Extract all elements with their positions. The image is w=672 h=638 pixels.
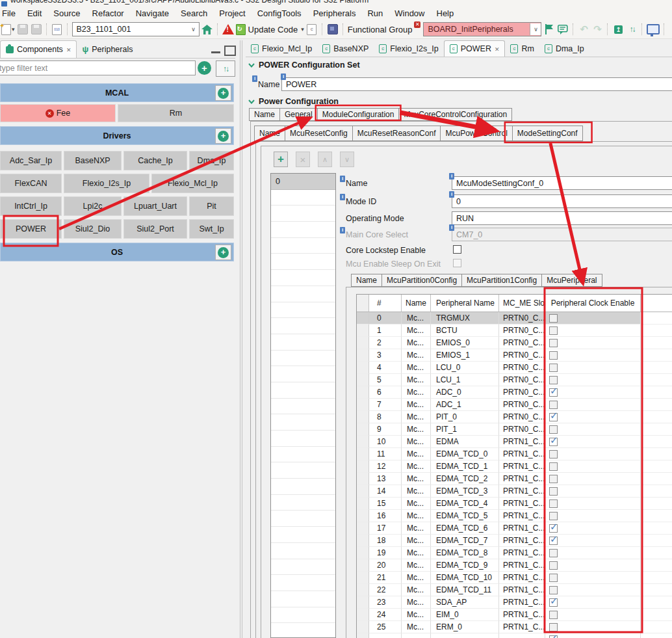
peripheral-clock-checkbox[interactable] (549, 635, 558, 638)
table-row[interactable]: 24Mc...EIM_0PRTN1_C... (357, 609, 672, 621)
close-icon[interactable] (495, 44, 500, 53)
peripheral-clock-checkbox[interactable] (549, 537, 558, 545)
row-selector[interactable] (357, 510, 369, 522)
driver-power[interactable]: POWER (0, 219, 62, 239)
table-row[interactable]: 16Mc...EDMA_TCD_5PRTN1_C... (357, 510, 672, 522)
move-up-button[interactable] (318, 152, 332, 167)
table-row[interactable]: 7Mc...ADC_1PRTN0_C... (357, 399, 672, 411)
peripheral-clock-checkbox[interactable] (549, 623, 558, 631)
row-selector[interactable] (357, 399, 369, 411)
table-row[interactable]: 8Mc...PIT_0PRTN0_C... (357, 411, 672, 423)
row-selector[interactable] (357, 312, 369, 325)
peripheral-clock-checkbox[interactable] (549, 499, 558, 508)
power-config-header[interactable]: Power Configuration (248, 97, 339, 106)
driver-lpi2c[interactable]: Lpi2c (64, 196, 122, 216)
editor-tab-flexio-i2s-ip[interactable]: Flexio_I2s_Ip (374, 40, 443, 57)
remove-mode-button[interactable] (296, 152, 310, 167)
peripheral-clock-checkbox[interactable] (549, 549, 558, 557)
peripheral-clock-checkbox[interactable] (549, 524, 558, 533)
table-row[interactable]: 1Mc...BCTUPRTN0_C... (357, 325, 672, 337)
row-selector[interactable] (357, 485, 369, 498)
driver-basenxp[interactable]: BaseNXP (64, 151, 122, 170)
row-selector[interactable] (357, 535, 369, 547)
table-row[interactable]: 18Mc...EDMA_TCD_7PRTN1_C... (357, 535, 672, 547)
row-selector[interactable] (357, 559, 369, 572)
row-selector[interactable] (357, 584, 369, 596)
row-selector[interactable] (357, 473, 369, 485)
driver-pit[interactable]: Pit (189, 196, 234, 216)
table-row[interactable]: 3Mc...EMIOS_1PRTN0_C... (357, 349, 672, 362)
row-selector[interactable] (357, 609, 369, 621)
table-row[interactable]: 22Mc...EDMA_TCD_11PRTN1_C... (357, 584, 672, 596)
row-selector[interactable] (357, 547, 369, 559)
row-selector[interactable] (357, 460, 369, 473)
driver-flexio-i2s-ip[interactable]: Flexio_I2s_Ip (64, 174, 149, 193)
peripheral-clock-checkbox[interactable] (549, 351, 558, 360)
row-selector[interactable] (357, 325, 369, 337)
table-row[interactable]: 5Mc...LCU_1PRTN0_C... (357, 374, 672, 386)
table-row[interactable]: 13Mc...EDMA_TCD_2PRTN1_C... (357, 473, 672, 485)
peripheral-clock-checkbox[interactable] (549, 388, 558, 397)
editor-tab-rm[interactable]: Rm (505, 40, 539, 57)
config-set-header[interactable]: POWER Configuration Set (248, 60, 360, 70)
row-selector[interactable] (357, 448, 369, 460)
driver-siul2-port[interactable]: Siul2_Port (123, 219, 187, 239)
table-row[interactable]: 19Mc...EDMA_TCD_8PRTN1_C... (357, 547, 672, 559)
peripheral-clock-checkbox[interactable] (549, 574, 558, 582)
row-selector[interactable] (357, 436, 369, 448)
peripheral-clock-checkbox[interactable] (549, 438, 558, 446)
row-selector[interactable] (357, 349, 369, 362)
tab-name[interactable]: Name (351, 274, 382, 287)
peripheral-clock-checkbox[interactable] (549, 314, 558, 323)
table-row[interactable]: 25Mc...ERM_0PRTN1_C... (357, 621, 672, 633)
tab-mcupartition1config[interactable]: McuPartition1Config (461, 274, 542, 287)
driver-intctrl-ip[interactable]: IntCtrl_Ip (0, 196, 62, 216)
row-selector[interactable] (357, 411, 369, 423)
move-down-button[interactable] (340, 152, 354, 167)
editor-tab-power[interactable]: POWER (444, 40, 506, 57)
tab-mcupartition0config[interactable]: McuPartition0Config (381, 274, 462, 287)
tab-mcuresetconfig[interactable]: McuResetConfig (285, 126, 353, 141)
row-selector[interactable] (357, 386, 369, 399)
driver-flexcan[interactable]: FlexCAN (0, 174, 62, 193)
row-selector[interactable] (357, 621, 369, 633)
table-row[interactable]: 6Mc...ADC_0PRTN0_C... (357, 386, 672, 399)
row-selector[interactable] (357, 572, 369, 584)
peripheral-clock-checkbox[interactable] (549, 598, 558, 607)
panel-sash[interactable] (240, 40, 240, 638)
peripheral-clock-checkbox[interactable] (549, 339, 558, 347)
table-row[interactable]: 0Mc...TRGMUXPRTN0_C... (357, 312, 672, 325)
table-row[interactable]: 4Mc...LCU_0PRTN0_C... (357, 362, 672, 374)
driver-dma-ip[interactable]: Dma_Ip (189, 151, 234, 170)
row-selector[interactable] (357, 374, 369, 386)
mode-name-field[interactable]: McuModeSettingConf_0 (452, 176, 672, 190)
config-name-field[interactable]: POWER (281, 77, 672, 91)
peripheral-clock-checkbox[interactable] (549, 462, 558, 471)
add-mode-button[interactable] (274, 152, 288, 167)
tab-moduleconfiguration[interactable]: ModuleConfiguration (317, 108, 400, 121)
peripheral-clock-checkbox[interactable] (549, 586, 558, 594)
table-row[interactable]: 9Mc...PIT_1PRTN0_C... (357, 423, 672, 436)
peripheral-clock-checkbox[interactable] (549, 364, 558, 372)
editor-tab-basenxp[interactable]: BaseNXP (317, 40, 374, 57)
peripheral-clock-checkbox[interactable] (549, 326, 558, 335)
peripheral-clock-checkbox[interactable] (549, 413, 558, 421)
tab-modesettingconf[interactable]: ModeSettingConf (512, 126, 583, 141)
peripheral-clock-checkbox[interactable] (549, 561, 558, 570)
operating-mode-field[interactable]: RUN (452, 211, 672, 225)
peripheral-clock-checkbox[interactable] (549, 475, 558, 483)
driver-flexio-mcl-ip[interactable]: Flexio_Mcl_Ip (151, 174, 234, 193)
row-selector[interactable] (357, 596, 369, 609)
peripheral-clock-checkbox[interactable] (549, 401, 558, 409)
driver-lpuart-uart[interactable]: Lpuart_Uart (123, 196, 187, 216)
driver-siul2-dio[interactable]: Siul2_Dio (64, 219, 122, 239)
driver-adc-sar-ip[interactable]: Adc_Sar_Ip (0, 151, 62, 170)
peripheral-clock-checkbox[interactable] (549, 487, 558, 496)
editor-tab-dma-ip[interactable]: Dma_Ip (539, 40, 589, 57)
row-selector[interactable] (357, 423, 369, 436)
core-lockstep-checkbox[interactable] (453, 245, 461, 254)
table-row[interactable]: 21Mc...EDMA_TCD_10PRTN1_C... (357, 572, 672, 584)
peripheral-clock-checkbox[interactable] (549, 376, 558, 384)
tab-name[interactable]: Name (249, 108, 280, 121)
table-row[interactable]: 20Mc...EDMA_TCD_9PRTN1_C... (357, 559, 672, 572)
